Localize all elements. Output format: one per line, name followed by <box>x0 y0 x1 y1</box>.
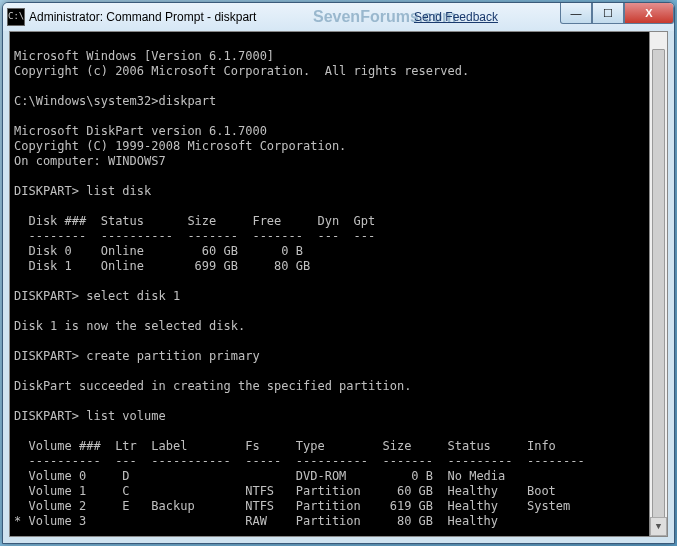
scroll-track[interactable] <box>650 49 667 519</box>
minimize-button[interactable]: — <box>560 3 592 24</box>
maximize-button[interactable]: ☐ <box>592 3 624 24</box>
console-output[interactable]: Microsoft Windows [Version 6.1.7000] Cop… <box>9 31 668 537</box>
console-line: -------- ---------- ------- ------- --- … <box>14 229 375 243</box>
cmd-icon: C:\ <box>7 8 25 26</box>
console-line: Volume 0 D DVD-ROM 0 B No Media <box>14 469 505 483</box>
console-line: Microsoft Windows [Version 6.1.7000] <box>14 49 274 63</box>
console-line: Copyright (c) 2006 Microsoft Corporation… <box>14 64 469 78</box>
console-line: Volume ### Ltr Label Fs Type Size Status… <box>14 439 556 453</box>
console-line: DiskPart succeeded in creating the speci… <box>14 379 411 393</box>
scroll-thumb[interactable] <box>652 49 665 521</box>
titlebar[interactable]: C:\ Administrator: Command Prompt - disk… <box>3 3 674 31</box>
command-prompt-window: C:\ Administrator: Command Prompt - disk… <box>2 2 675 544</box>
console-line: DISKPART> list volume <box>14 409 166 423</box>
console-line: ---------- --- ----------- ----- -------… <box>14 454 585 468</box>
console-line: On computer: WINDOWS7 <box>14 154 166 168</box>
console-line: Disk 0 Online 60 GB 0 B <box>14 244 303 258</box>
console-line: Disk 1 is now the selected disk. <box>14 319 245 333</box>
console-line: Microsoft DiskPart version 6.1.7000 <box>14 124 267 138</box>
console-line: * Volume 3 RAW Partition 80 GB Healthy <box>14 514 498 528</box>
console-line: Volume 2 E Backup NTFS Partition 619 GB … <box>14 499 570 513</box>
scroll-down-arrow[interactable]: ▼ <box>650 517 667 536</box>
close-button[interactable]: X <box>624 3 674 24</box>
send-feedback-link[interactable]: Send Feedback <box>414 10 498 24</box>
console-line: DISKPART> select disk 1 <box>14 289 180 303</box>
console-line: Disk 1 Online 699 GB 80 GB <box>14 259 310 273</box>
window-title: Administrator: Command Prompt - diskpart <box>29 10 256 24</box>
console-line: Copyright (C) 1999-2008 Microsoft Corpor… <box>14 139 346 153</box>
vertical-scrollbar[interactable]: ▲ ▼ <box>649 32 667 536</box>
console-line: Volume 1 C NTFS Partition 60 GB Healthy … <box>14 484 556 498</box>
console-line: DISKPART> create partition primary <box>14 349 260 363</box>
window-buttons: — ☐ X <box>560 3 674 24</box>
console-line: DISKPART> list disk <box>14 184 151 198</box>
console-line: C:\Windows\system32>diskpart <box>14 94 216 108</box>
console-line: Disk ### Status Size Free Dyn Gpt <box>14 214 375 228</box>
